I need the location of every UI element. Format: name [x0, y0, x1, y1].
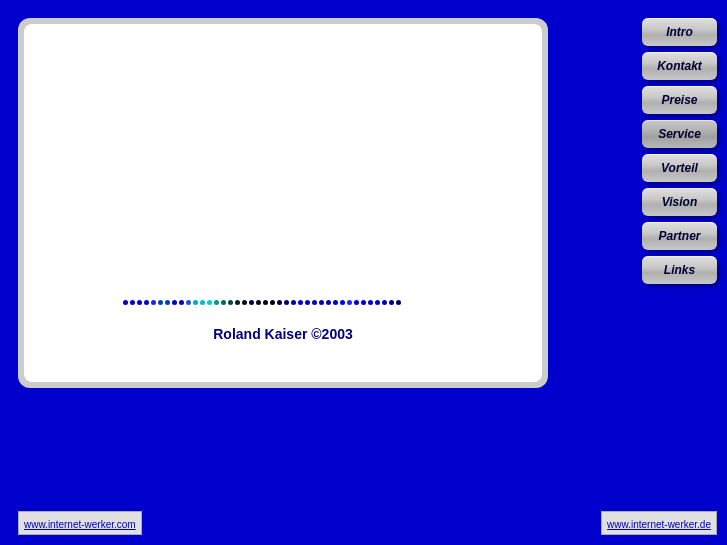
dot-23 — [284, 300, 289, 305]
dotted-line-decoration — [123, 298, 443, 306]
content-panel: Roland Kaiser ©2003 — [18, 18, 548, 388]
dot-20 — [263, 300, 268, 305]
dot-7 — [172, 300, 177, 305]
dot-38 — [389, 300, 394, 305]
dot-13 — [214, 300, 219, 305]
dot-37 — [382, 300, 387, 305]
dot-5 — [158, 300, 163, 305]
footer-left-link[interactable]: www.internet-werker.com — [24, 519, 136, 530]
dot-4 — [151, 300, 156, 305]
nav-vorteil-button[interactable]: Vorteil — [642, 154, 717, 182]
dot-25 — [298, 300, 303, 305]
nav-sidebar: Intro Kontakt Preise Service Vorteil Vis… — [642, 18, 717, 284]
copyright-text: Roland Kaiser ©2003 — [213, 326, 353, 342]
nav-links-button[interactable]: Links — [642, 256, 717, 284]
dot-34 — [361, 300, 366, 305]
nav-vision-button[interactable]: Vision — [642, 188, 717, 216]
dot-18 — [249, 300, 254, 305]
dot-10 — [193, 300, 198, 305]
dot-2 — [137, 300, 142, 305]
footer-left: www.internet-werker.com — [18, 511, 142, 535]
dot-11 — [200, 300, 205, 305]
dot-6 — [165, 300, 170, 305]
dot-26 — [305, 300, 310, 305]
dot-8 — [179, 300, 184, 305]
dot-27 — [312, 300, 317, 305]
dot-21 — [270, 300, 275, 305]
nav-intro-button[interactable]: Intro — [642, 18, 717, 46]
dot-3 — [144, 300, 149, 305]
dot-33 — [354, 300, 359, 305]
dot-24 — [291, 300, 296, 305]
dot-36 — [375, 300, 380, 305]
dot-12 — [207, 300, 212, 305]
dot-35 — [368, 300, 373, 305]
dot-15 — [228, 300, 233, 305]
dot-39 — [396, 300, 401, 305]
dot-29 — [326, 300, 331, 305]
dot-31 — [340, 300, 345, 305]
dot-28 — [319, 300, 324, 305]
page-wrapper: Roland Kaiser ©2003 Intro Kontakt Preise… — [0, 0, 727, 545]
dot-14 — [221, 300, 226, 305]
nav-partner-button[interactable]: Partner — [642, 222, 717, 250]
nav-kontakt-button[interactable]: Kontakt — [642, 52, 717, 80]
content-inner: Roland Kaiser ©2003 — [24, 24, 542, 382]
dot-9 — [186, 300, 191, 305]
dot-19 — [256, 300, 261, 305]
footer-right-link[interactable]: www.internet-werker.de — [607, 519, 711, 530]
dot-16 — [235, 300, 240, 305]
dot-0 — [123, 300, 128, 305]
nav-service-button[interactable]: Service — [642, 120, 717, 148]
dot-22 — [277, 300, 282, 305]
dot-17 — [242, 300, 247, 305]
dot-30 — [333, 300, 338, 305]
dot-1 — [130, 300, 135, 305]
dot-32 — [347, 300, 352, 305]
footer-right: www.internet-werker.de — [601, 511, 717, 535]
nav-preise-button[interactable]: Preise — [642, 86, 717, 114]
